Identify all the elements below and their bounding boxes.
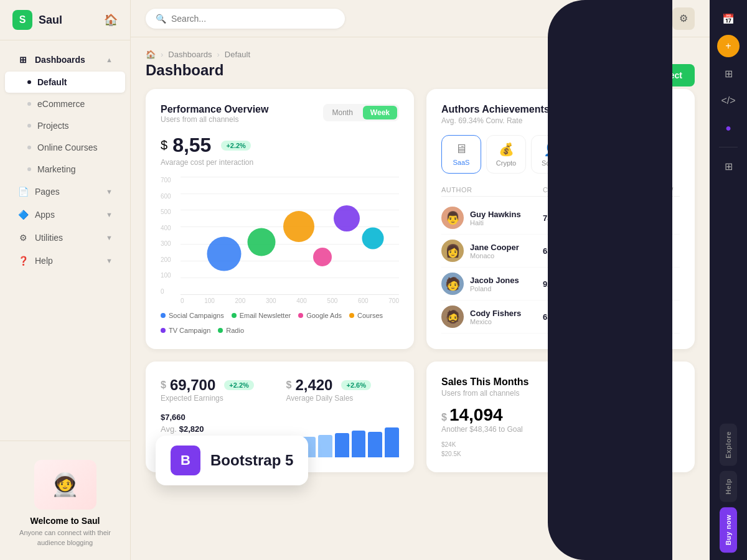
bootstrap-icon: B bbox=[171, 446, 200, 475]
sidebar-item-ecommerce[interactable]: eCommerce bbox=[5, 93, 125, 114]
legend-courses: Courses bbox=[349, 312, 383, 319]
y-label: 700 bbox=[161, 177, 181, 184]
bubble-social bbox=[207, 236, 242, 271]
topbar-right: 🔔 ☰ ⚙ bbox=[583, 7, 695, 30]
x-label: 0 bbox=[181, 297, 184, 304]
search-input[interactable] bbox=[171, 14, 335, 24]
legend-google: Google Ads bbox=[298, 312, 342, 319]
chevron-icon: ▼ bbox=[106, 257, 113, 264]
user-avatar[interactable] bbox=[642, 7, 665, 30]
tab-month[interactable]: Month bbox=[325, 106, 360, 119]
settings-button[interactable]: ⚙ bbox=[672, 7, 695, 30]
crypto-icon: 💰 bbox=[499, 142, 514, 157]
help-icon: ❓ bbox=[17, 255, 29, 266]
sidebar-item-marketing[interactable]: Marketing bbox=[5, 159, 125, 180]
menu-button[interactable]: ☰ bbox=[613, 7, 635, 30]
mobile-icon: 📱 bbox=[588, 142, 604, 157]
code-icon[interactable]: </> bbox=[717, 90, 740, 112]
buy-button[interactable]: Buy now bbox=[720, 507, 737, 553]
cat-tab-social[interactable]: 👤 Social bbox=[531, 135, 571, 174]
sales-sub: Users from all channels bbox=[441, 389, 680, 398]
performance-card: Performance Overview Users from all chan… bbox=[146, 89, 414, 349]
sidebar-item-online-courses[interactable]: Online Courses bbox=[5, 137, 125, 158]
metric-badge: +2.2% bbox=[221, 141, 251, 151]
view-button[interactable]: → bbox=[655, 309, 670, 324]
y-label: 400 bbox=[161, 225, 181, 231]
sidebar: S Saul 🏠 ⊞ Dashboards ▲ Default eCommerc… bbox=[0, 0, 131, 560]
x-label: 100 bbox=[204, 297, 215, 304]
bubble-courses bbox=[313, 248, 332, 266]
authors-sub: Avg. 69.34% Conv. Rate bbox=[441, 116, 680, 125]
sales-goal: Another $48,346 to Goal bbox=[441, 425, 680, 434]
x-label: 300 bbox=[266, 297, 276, 304]
earnings-badge: +2.2% bbox=[224, 380, 254, 390]
pages-icon: 📄 bbox=[17, 186, 29, 197]
search-box[interactable]: 🔍 bbox=[146, 9, 345, 29]
create-project-button[interactable]: Create Project bbox=[611, 64, 695, 86]
apps-icon: 🔷 bbox=[17, 209, 29, 220]
stat-item: $7,660 bbox=[161, 413, 275, 422]
y-label: 100 bbox=[161, 272, 181, 279]
period-tabs: Month Week bbox=[323, 104, 400, 121]
expected-earnings: $ 69,700 +2.2% Expected Earnings bbox=[161, 376, 274, 403]
y-label: $24K bbox=[441, 441, 456, 448]
category-tabs: 🖥 SaaS 💰 Crypto 👤 Social 📱 Mobile bbox=[441, 135, 680, 174]
bubble-radio bbox=[362, 227, 383, 249]
sidebar-bottom: 🧑‍🚀 Welcome to Saul Anyone can connect w… bbox=[0, 441, 130, 560]
grid-icon[interactable]: ⊞ bbox=[717, 62, 740, 85]
author-row: 🧔 Cody Fishers Mexico 63.08% → bbox=[441, 301, 680, 334]
plus-icon[interactable]: + bbox=[717, 35, 740, 57]
dashboards-icon: ⊞ bbox=[17, 54, 29, 65]
sidebar-item-projects[interactable]: Projects bbox=[5, 115, 125, 136]
author-chart bbox=[593, 243, 655, 258]
author-chart bbox=[593, 210, 655, 225]
legend-dot bbox=[232, 313, 237, 318]
view-button[interactable]: → bbox=[655, 210, 670, 225]
cat-tab-mobile[interactable]: 📱 Mobile bbox=[576, 135, 616, 174]
calendar-icon[interactable]: 📅 bbox=[717, 7, 740, 30]
author-row: 👨 Guy Hawkins Haiti 78.34% → bbox=[441, 202, 680, 235]
x-label: 400 bbox=[296, 297, 307, 304]
breadcrumb-dashboards[interactable]: Dashboards bbox=[168, 50, 212, 59]
dollar-sign: $ bbox=[161, 138, 167, 152]
cat-tab-saas[interactable]: 🖥 SaaS bbox=[441, 135, 481, 174]
sidebar-item-pages[interactable]: 📄 Pages ▼ bbox=[5, 180, 125, 203]
legend-dot bbox=[298, 313, 303, 318]
cat-tab-others[interactable]: ✈ Others bbox=[621, 135, 660, 174]
sales-chart: $24K bbox=[441, 441, 680, 448]
sidebar-item-default[interactable]: Default bbox=[5, 72, 125, 93]
app-logo: S bbox=[12, 10, 32, 30]
welcome-sub: Anyone can connect with their audience b… bbox=[12, 528, 118, 548]
social-icon: 👤 bbox=[543, 142, 559, 157]
author-info: 🧔 Cody Fishers Mexico bbox=[441, 306, 543, 328]
chart-plot bbox=[181, 177, 399, 295]
bootstrap-badge: B Bootstrap 5 bbox=[156, 436, 308, 485]
notifications-button[interactable]: 🔔 bbox=[583, 7, 605, 30]
author-row: 👩 Jane Cooper Monaco 63.83% → bbox=[441, 235, 680, 268]
help-button[interactable]: Help bbox=[720, 471, 737, 502]
sidebar-item-help[interactable]: ❓ Help ▼ bbox=[5, 250, 125, 272]
breadcrumb-current: Default bbox=[225, 50, 250, 59]
sidebar-item-apps[interactable]: 🔷 Apps ▼ bbox=[5, 203, 125, 226]
home-icon[interactable]: 🏠 bbox=[146, 50, 156, 59]
bar bbox=[352, 431, 366, 457]
menu-icon[interactable]: ⊞ bbox=[717, 155, 740, 177]
sidebar-item-dashboards[interactable]: ⊞ Dashboards ▲ bbox=[5, 49, 125, 71]
person-icon[interactable]: ● bbox=[717, 117, 740, 139]
view-button[interactable]: → bbox=[655, 276, 670, 291]
app-name: Saul bbox=[39, 14, 62, 27]
tab-week[interactable]: Week bbox=[363, 106, 397, 119]
author-avatar: 👨 bbox=[441, 207, 464, 229]
perf-header: Performance Overview Users from all chan… bbox=[161, 104, 399, 131]
cat-tab-crypto[interactable]: 💰 Crypto bbox=[486, 135, 526, 174]
divider bbox=[719, 147, 738, 147]
welcome-title: Welcome to Saul bbox=[12, 516, 118, 526]
topbar: 🔍 🔔 ☰ ⚙ bbox=[131, 0, 710, 37]
explore-button[interactable]: Explore bbox=[720, 424, 737, 466]
back-icon[interactable]: 🏠 bbox=[104, 13, 118, 27]
authors-title: Authors Achievements bbox=[441, 104, 680, 115]
y-axis: 700 600 500 400 300 200 100 0 bbox=[161, 177, 181, 295]
x-label: 600 bbox=[358, 297, 369, 304]
view-button[interactable]: → bbox=[655, 243, 670, 258]
sidebar-item-utilities[interactable]: ⚙ Utilities ▼ bbox=[5, 226, 125, 249]
